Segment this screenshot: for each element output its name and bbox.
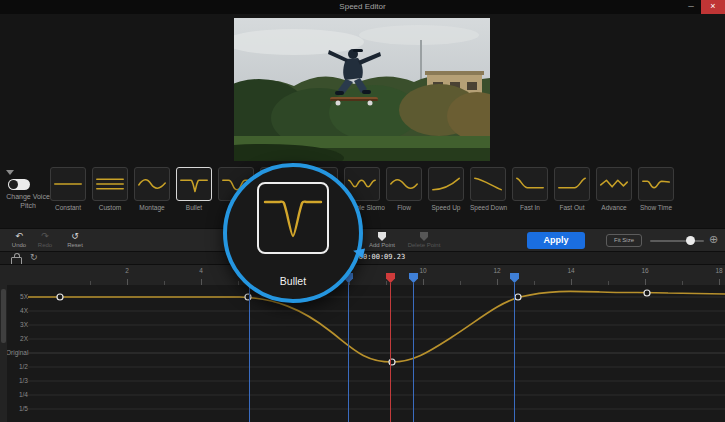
redo-button[interactable]: ↷ Redo	[32, 231, 58, 248]
delete-point-button[interactable]: Delete Point	[402, 231, 446, 248]
add-point-button[interactable]: Add Point	[364, 231, 400, 248]
scale-label: 3X	[6, 321, 28, 328]
preset-label: Speed Up	[428, 204, 464, 211]
preset-curve-thumbnail	[596, 167, 632, 201]
preset-label: Fast Out	[554, 204, 590, 211]
timeline-ruler[interactable]: 24681012141618	[0, 264, 725, 285]
preset-show-time[interactable]: Show Time	[638, 167, 674, 211]
preset-curve-thumbnail	[386, 167, 422, 201]
undo-icon: ↶	[6, 231, 32, 241]
preset-label: Advance	[596, 204, 632, 211]
scale-label: 1/4	[6, 391, 28, 398]
preset-montage[interactable]: Montage	[134, 167, 170, 211]
keyframe-point[interactable]	[515, 294, 521, 300]
window-title: Speed Editor	[0, 0, 725, 14]
zoom-slider-knob[interactable]	[686, 236, 695, 245]
voice-pitch-toggle[interactable]	[8, 179, 30, 190]
keyframe-line	[249, 283, 250, 422]
preset-curve-thumbnail	[428, 167, 464, 201]
close-button[interactable]: ×	[701, 0, 725, 14]
scale-label: 1/3	[6, 377, 28, 384]
preset-speed-up[interactable]: Speed Up	[428, 167, 464, 211]
ruler-tick-label: 2	[119, 267, 135, 274]
preset-label: Constant	[50, 204, 86, 211]
video-preview	[234, 18, 490, 161]
magnified-preset-label: Bullet	[227, 275, 359, 287]
ruler-tick-label: 12	[489, 267, 505, 274]
preset-strip: ConstantCustomMontageBulletDouble SlomoF…	[50, 167, 674, 211]
ruler-tick-label: 18	[711, 267, 725, 274]
scale-label: 1/5	[6, 405, 28, 412]
reset-button[interactable]: ↺ Reset	[60, 231, 90, 248]
magnified-bullet-thumbnail	[257, 182, 329, 254]
voice-pitch-label: Change Voice Pitch	[1, 193, 55, 210]
preset-advance[interactable]: Advance	[596, 167, 632, 211]
delete-point-icon	[420, 232, 428, 241]
preset-bullet[interactable]: Bullet	[176, 167, 212, 211]
undo-button[interactable]: ↶ Undo	[6, 231, 32, 248]
apply-button[interactable]: Apply	[527, 232, 585, 249]
scale-label: 4X	[6, 307, 28, 314]
preset-curve-thumbnail	[512, 167, 548, 201]
preset-label: Fast In	[512, 204, 548, 211]
ruler-tick-label: 16	[637, 267, 653, 274]
preset-curve-thumbnail	[176, 167, 212, 201]
preset-curve-thumbnail	[92, 167, 128, 201]
keyframe-line	[514, 283, 515, 422]
collapse-arrow-icon[interactable]	[6, 170, 14, 175]
preset-curve-thumbnail	[554, 167, 590, 201]
preset-label: Custom	[92, 204, 128, 211]
preset-label: Show Time	[638, 204, 674, 211]
toggle-knob	[9, 180, 18, 189]
preset-label: Flow	[386, 204, 422, 211]
flip-curve-icon[interactable]: ↻	[30, 252, 38, 262]
scrollbar-handle[interactable]	[1, 289, 6, 343]
keyframe-line	[413, 283, 414, 422]
speed-curve	[28, 291, 725, 362]
preset-fast-out[interactable]: Fast Out	[554, 167, 590, 211]
speed-editor-window: Speed Editor – ×	[0, 0, 725, 422]
titlebar: Speed Editor – ×	[0, 0, 725, 14]
preset-constant[interactable]: Constant	[50, 167, 86, 211]
preset-speed-down[interactable]: Speed Down	[470, 167, 506, 211]
fit-size-button[interactable]: Fit Size	[606, 234, 642, 247]
ruler-tick-label: 10	[415, 267, 431, 274]
scale-label: 2X	[6, 335, 28, 342]
preset-label: Speed Down	[470, 204, 506, 211]
speed-curve-canvas	[0, 285, 725, 422]
keyframe-point[interactable]	[644, 290, 650, 296]
preset-curve-thumbnail	[638, 167, 674, 201]
preset-curve-thumbnail	[50, 167, 86, 201]
ruler-tick-label: 4	[193, 267, 209, 274]
scale-label: 5X	[6, 293, 28, 300]
playhead-line	[390, 283, 391, 422]
keyframe-line	[348, 283, 349, 422]
preset-fast-in[interactable]: Fast In	[512, 167, 548, 211]
zoom-slider-track[interactable]	[650, 240, 704, 242]
minimize-button[interactable]: –	[681, 0, 701, 14]
zoom-in-icon[interactable]: ⊕	[709, 233, 718, 246]
add-point-icon	[378, 232, 386, 241]
preset-label: Montage	[134, 204, 170, 211]
preset-magnifier: Bullet	[223, 163, 363, 303]
preset-flow[interactable]: Flow	[386, 167, 422, 211]
window-controls: – ×	[681, 0, 725, 14]
scale-label: Original	[6, 349, 28, 356]
preset-label: Bullet	[176, 204, 212, 211]
preset-custom[interactable]: Custom	[92, 167, 128, 211]
preset-curve-thumbnail	[134, 167, 170, 201]
reset-icon: ↺	[60, 231, 90, 241]
keyframe-point[interactable]	[57, 294, 63, 300]
redo-icon: ↷	[32, 231, 58, 241]
scale-label: 1/2	[6, 363, 28, 370]
ruler-tick-label: 14	[563, 267, 579, 274]
keyframe-point[interactable]	[245, 294, 251, 300]
preset-curve-thumbnail	[470, 167, 506, 201]
vertical-scrollbar	[0, 285, 7, 422]
